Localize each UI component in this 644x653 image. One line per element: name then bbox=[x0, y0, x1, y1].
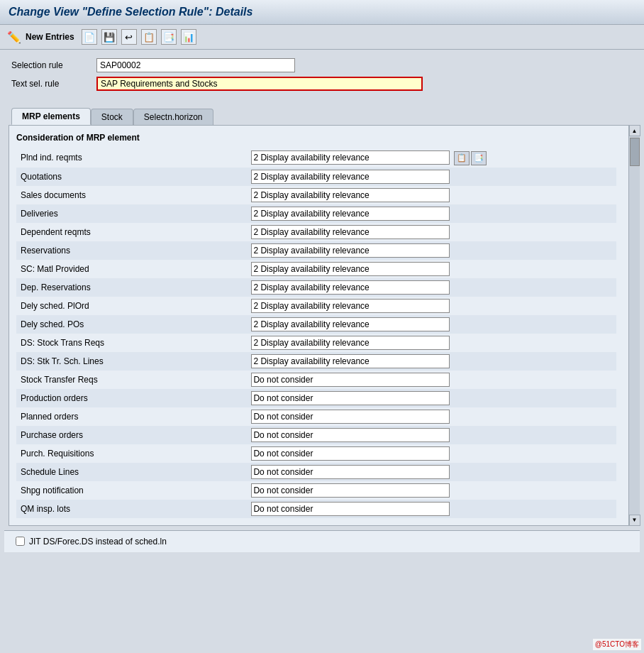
row-value[interactable]: 2 Display availability relevanceDo not c… bbox=[247, 315, 616, 334]
mrp-dropdown[interactable]: 2 Display availability relevanceDo not c… bbox=[251, 336, 450, 350]
mrp-dropdown[interactable]: 2 Display availability relevanceDo not c… bbox=[251, 299, 450, 313]
scroll-area[interactable]: ▲ ▼ bbox=[628, 125, 640, 526]
table-row: Deliveries2 Display availability relevan… bbox=[16, 204, 616, 223]
mrp-dropdown[interactable]: Do not consider2 Display availability re… bbox=[251, 373, 450, 387]
row-value[interactable]: 2 Display availability relevanceDo not c… bbox=[247, 260, 616, 278]
table-row: Reservations2 Display availability relev… bbox=[16, 241, 616, 260]
mrp-dropdown[interactable]: 2 Display availability relevanceDo not c… bbox=[251, 150, 450, 165]
table-row: SC: Matl Provided2 Display availability … bbox=[16, 260, 616, 278]
dropdown-wrapper: 2 Display availability relevanceDo not c… bbox=[251, 336, 450, 350]
table-row: Stock Transfer ReqsDo not consider2 Disp… bbox=[16, 371, 616, 389]
dropdown-wrapper: Do not consider2 Display availability re… bbox=[251, 428, 450, 442]
row-value[interactable]: 2 Display availability relevanceDo not c… bbox=[247, 352, 616, 371]
row-value[interactable]: Do not consider2 Display availability re… bbox=[247, 389, 616, 407]
mrp-dropdown[interactable]: Do not consider2 Display availability re… bbox=[251, 410, 450, 424]
row-value[interactable]: Do not consider2 Display availability re… bbox=[247, 444, 616, 463]
tab-selectn-horizon[interactable]: Selectn.horizon bbox=[133, 109, 213, 125]
dropdown-wrapper: Do not consider2 Display availability re… bbox=[251, 502, 450, 516]
mrp-dropdown[interactable]: 2 Display availability relevanceDo not c… bbox=[251, 262, 450, 276]
dropdown-wrapper: 2 Display availability relevanceDo not c… bbox=[251, 317, 450, 331]
copy2-icon[interactable]: 📑 bbox=[161, 29, 177, 45]
text-sel-rule-row: Text sel. rule bbox=[11, 77, 633, 91]
row-label: DS: Stk Tr. Sch. Lines bbox=[16, 352, 247, 371]
row-value[interactable]: 2 Display availability relevanceDo not c… bbox=[247, 148, 616, 168]
mrp-dropdown[interactable]: 2 Display availability relevanceDo not c… bbox=[251, 225, 450, 239]
row-label: Stock Transfer Reqs bbox=[16, 371, 247, 389]
mrp-dropdown[interactable]: Do not consider2 Display availability re… bbox=[251, 483, 450, 498]
row-label: Reservations bbox=[16, 241, 247, 260]
dropdown-wrapper: Do not consider2 Display availability re… bbox=[251, 483, 450, 498]
row-label: Sales documents bbox=[16, 186, 247, 204]
dropdown-wrapper: Do not consider2 Display availability re… bbox=[251, 373, 450, 387]
row-value[interactable]: 2 Display availability relevanceDo not c… bbox=[247, 278, 616, 297]
dropdown-wrapper: Do not consider2 Display availability re… bbox=[251, 446, 450, 461]
tab-stock[interactable]: Stock bbox=[91, 109, 133, 125]
table-row: Shpg notificationDo not consider2 Displa… bbox=[16, 481, 616, 500]
dropdown-wrapper: Do not consider2 Display availability re… bbox=[251, 465, 450, 479]
text-sel-rule-input[interactable] bbox=[96, 77, 423, 91]
table-row: DS: Stock Trans Reqs2 Display availabili… bbox=[16, 334, 616, 352]
paste-icon[interactable]: 📋 bbox=[141, 29, 157, 45]
scroll-up-btn[interactable]: ▲ bbox=[629, 125, 640, 136]
copy-icon[interactable]: 📄 bbox=[82, 29, 97, 45]
mrp-dropdown[interactable]: 2 Display availability relevanceDo not c… bbox=[251, 317, 450, 331]
mrp-dropdown[interactable]: 2 Display availability relevanceDo not c… bbox=[251, 170, 450, 184]
mrp-dropdown[interactable]: Do not consider2 Display availability re… bbox=[251, 391, 450, 405]
selection-rule-input[interactable] bbox=[96, 58, 295, 72]
mrp-dropdown[interactable]: 2 Display availability relevanceDo not c… bbox=[251, 354, 450, 368]
scroll-down-btn[interactable]: ▼ bbox=[629, 515, 640, 526]
row-value[interactable]: 2 Display availability relevanceDo not c… bbox=[247, 186, 616, 204]
footer-label: JIT DS/Forec.DS instead of sched.ln bbox=[29, 537, 167, 547]
undo-icon[interactable]: ↩ bbox=[121, 29, 137, 45]
row-value[interactable]: 2 Display availability relevanceDo not c… bbox=[247, 168, 616, 186]
mrp-dropdown[interactable]: 2 Display availability relevanceDo not c… bbox=[251, 188, 450, 202]
row-value[interactable]: Do not consider2 Display availability re… bbox=[247, 426, 616, 444]
mrp-dropdown[interactable]: Do not consider2 Display availability re… bbox=[251, 446, 450, 461]
dropdown-wrapper: Do not consider2 Display availability re… bbox=[251, 410, 450, 424]
mrp-dropdown[interactable]: Do not consider2 Display availability re… bbox=[251, 428, 450, 442]
mrp-elements-table: Plnd ind. reqmts2 Display availability r… bbox=[16, 148, 616, 518]
toolbar: ✏️ New Entries 📄 💾 ↩ 📋 📑 📊 bbox=[0, 25, 644, 50]
row-value[interactable]: 2 Display availability relevanceDo not c… bbox=[247, 297, 616, 315]
row-label: DS: Stock Trans Reqs bbox=[16, 334, 247, 352]
row-value[interactable]: Do not consider2 Display availability re… bbox=[247, 500, 616, 518]
form-area: Selection rule Text sel. rule bbox=[0, 50, 644, 104]
dropdown-wrapper: 2 Display availability relevanceDo not c… bbox=[251, 243, 450, 258]
select-all-icon[interactable]: 📑 bbox=[471, 151, 487, 165]
table-row: Dep. Reservations2 Display availability … bbox=[16, 278, 616, 297]
row-value[interactable]: 2 Display availability relevanceDo not c… bbox=[247, 334, 616, 352]
row-value[interactable]: 2 Display availability relevanceDo not c… bbox=[247, 241, 616, 260]
row-label: Schedule Lines bbox=[16, 463, 247, 481]
mrp-dropdown[interactable]: Do not consider2 Display availability re… bbox=[251, 502, 450, 516]
action-icons: 📋📑 bbox=[454, 151, 487, 165]
save-icon[interactable]: 💾 bbox=[101, 29, 117, 45]
table-row: QM insp. lotsDo not consider2 Display av… bbox=[16, 500, 616, 518]
table-icon[interactable]: 📊 bbox=[181, 29, 196, 45]
row-value[interactable]: Do not consider2 Display availability re… bbox=[247, 481, 616, 500]
mrp-dropdown[interactable]: Do not consider2 Display availability re… bbox=[251, 465, 450, 479]
table-row: Purchase ordersDo not consider2 Display … bbox=[16, 426, 616, 444]
row-value[interactable]: 2 Display availability relevanceDo not c… bbox=[247, 204, 616, 223]
row-value[interactable]: Do not consider2 Display availability re… bbox=[247, 407, 616, 426]
tab-mrp-elements[interactable]: MRP elements bbox=[11, 108, 91, 125]
dropdown-wrapper: 2 Display availability relevanceDo not c… bbox=[251, 170, 450, 184]
row-label: Quotations bbox=[16, 168, 247, 186]
dropdown-wrapper: 2 Display availability relevanceDo not c… bbox=[251, 354, 450, 368]
dropdown-wrapper: 2 Display availability relevanceDo not c… bbox=[251, 280, 450, 295]
row-label: Dely sched. POs bbox=[16, 315, 247, 334]
jit-ds-checkbox[interactable] bbox=[16, 537, 25, 546]
text-sel-rule-label: Text sel. rule bbox=[11, 79, 96, 89]
row-value[interactable]: 2 Display availability relevanceDo not c… bbox=[247, 223, 616, 241]
row-value[interactable]: Do not consider2 Display availability re… bbox=[247, 463, 616, 481]
scroll-thumb[interactable] bbox=[630, 138, 640, 166]
row-value[interactable]: Do not consider2 Display availability re… bbox=[247, 371, 616, 389]
mrp-dropdown[interactable]: 2 Display availability relevanceDo not c… bbox=[251, 280, 450, 295]
watermark: @51CTO博客 bbox=[593, 639, 641, 650]
mrp-dropdown[interactable]: 2 Display availability relevanceDo not c… bbox=[251, 207, 450, 221]
dropdown-wrapper: 2 Display availability relevanceDo not c… bbox=[251, 299, 450, 313]
table-row: Dely sched. POs2 Display availability re… bbox=[16, 315, 616, 334]
fill-down-icon[interactable]: 📋 bbox=[454, 151, 470, 165]
mrp-dropdown[interactable]: 2 Display availability relevanceDo not c… bbox=[251, 243, 450, 258]
selection-rule-row: Selection rule bbox=[11, 58, 633, 72]
main-panel-wrapper: Consideration of MRP element Plnd ind. r… bbox=[4, 125, 640, 526]
